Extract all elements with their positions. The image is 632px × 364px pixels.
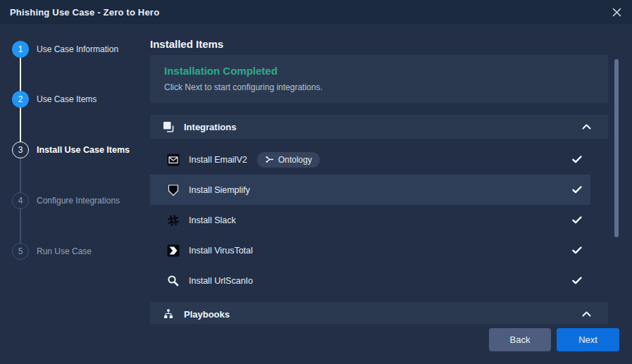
step-number-badge: 5 [12,243,29,260]
step-label: Use Case Items [37,94,97,104]
vertical-scrollbar[interactable] [614,59,619,237]
item-label: Install VirusTotal [189,246,253,256]
step-label: Use Case Information [37,44,118,54]
ontology-icon [265,155,274,164]
step-label: Configure Integrations [37,196,120,206]
main-panel: Installed Items Installation Completed C… [150,24,608,364]
step-configure-integrations[interactable]: 4 Configure Integrations [12,192,120,209]
slack-icon [167,214,180,227]
step-number-badge: 3 [12,142,29,158]
dialog-titlebar: Phishing Use Case - Zero to Hero [0,0,632,24]
installed-check-icon [572,277,582,284]
list-item-emailv2[interactable]: Install EmailV2 Ontology [150,144,590,175]
list-item-slack[interactable]: Install Slack [150,205,590,235]
list-item-urlscanio[interactable]: Install UrlScanIo [150,265,590,296]
siemplify-icon [167,184,180,196]
section-label: Playbooks [184,309,230,320]
chevron-up-icon[interactable] [582,311,591,317]
list-item-virustotal[interactable]: Install VirusTotal [150,235,590,265]
step-use-case-items[interactable]: 2 Use Case Items [12,91,97,108]
ontology-badge: Ontology [257,152,320,168]
step-label: Install Use Case Items [37,145,130,155]
integrations-section-header[interactable]: Integrations [150,115,608,139]
page-title: Installed Items [150,38,608,51]
step-number-badge: 1 [12,41,29,58]
virustotal-icon [167,244,180,257]
installed-check-icon [572,186,582,194]
item-label: Install Siemplify [189,185,250,195]
next-button[interactable]: Next [557,328,619,351]
close-icon [612,8,621,17]
item-label: Install Slack [189,215,236,225]
email-icon [167,153,180,166]
playbooks-section-header[interactable]: Playbooks [150,302,608,324]
urlscan-icon [167,275,180,287]
installation-status-subtitle: Click Next to start configuring integrat… [164,82,594,92]
integrations-icon [163,121,175,133]
chevron-up-icon[interactable] [582,124,591,130]
step-number-badge: 4 [12,192,29,209]
installation-status-banner: Installation Completed Click Next to sta… [150,55,608,103]
step-number-badge: 2 [12,91,29,108]
badge-label: Ontology [278,155,312,165]
step-use-case-information[interactable]: 1 Use Case Information [12,41,118,58]
step-label: Run Use Case [37,246,92,256]
installation-status-title: Installation Completed [164,65,594,77]
close-button[interactable] [609,5,624,19]
list-item-siemplify[interactable]: Install Siemplify [150,175,590,205]
back-button[interactable]: Back [489,328,551,351]
playbooks-icon [163,308,175,320]
step-install-use-case-items[interactable]: 3 Install Use Case Items [12,142,130,158]
dialog-title: Phishing Use Case - Zero to Hero [10,7,159,18]
item-label: Install UrlScanIo [189,276,253,286]
wizard-stepper: 1 Use Case Information 2 Use Case Items … [0,24,150,364]
installed-check-icon [572,246,582,254]
installed-check-icon [572,156,582,163]
installed-items-panel: Installed Items Installation Completed C… [150,24,608,324]
installed-check-icon [572,216,582,224]
item-label: Install EmailV2 [189,155,247,165]
section-label: Integrations [184,122,236,132]
integrations-item-list: Install EmailV2 Ontology [150,139,608,296]
step-run-use-case[interactable]: 5 Run Use Case [12,243,92,260]
